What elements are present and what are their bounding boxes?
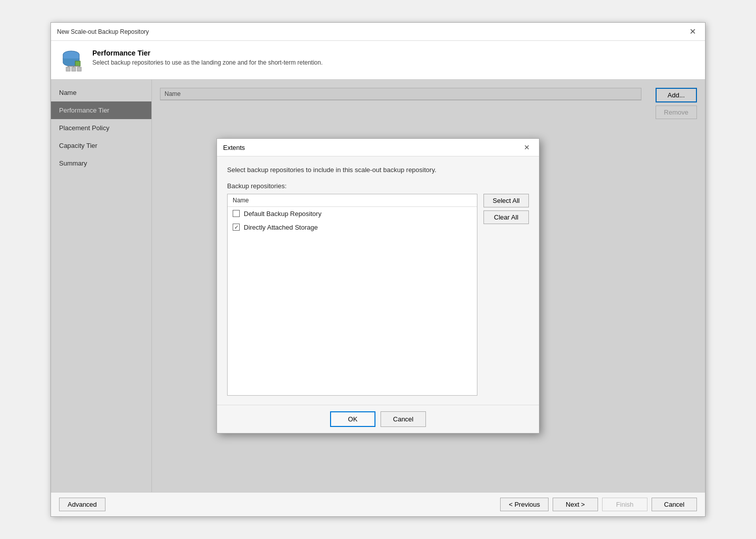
- svg-rect-4: [77, 67, 81, 71]
- modal-body: Select backup repositories to include in…: [217, 156, 539, 404]
- extents-modal: Extents ✕ Select backup repositories to …: [217, 138, 539, 433]
- modal-close-button[interactable]: ✕: [521, 142, 533, 152]
- main-title-bar: New Scale-out Backup Repository ✕: [51, 23, 705, 41]
- modal-footer: OK Cancel: [217, 405, 539, 433]
- database-icon: [61, 49, 85, 73]
- repo-checkbox-2[interactable]: ✓: [233, 224, 240, 231]
- bottom-bar: Advanced < Previous Next > Finish Cancel: [51, 492, 705, 516]
- cancel-button[interactable]: Cancel: [652, 498, 697, 511]
- previous-button[interactable]: < Previous: [500, 498, 549, 511]
- modal-list-label: Backup repositories:: [227, 182, 529, 190]
- window-middle: Name Performance Tier Placement Policy C…: [51, 80, 705, 492]
- header-area: Performance Tier Select backup repositor…: [51, 41, 705, 80]
- repo-label-1: Default Backup Repository: [244, 210, 321, 218]
- main-window-title: New Scale-out Backup Repository: [57, 28, 149, 35]
- svg-rect-1: [75, 61, 80, 66]
- modal-side-buttons: Select All Clear All: [483, 194, 529, 224]
- ok-button[interactable]: OK: [330, 411, 375, 427]
- repo-checkbox-1[interactable]: [233, 210, 240, 217]
- select-all-button[interactable]: Select All: [483, 194, 529, 207]
- modal-list-area: Name Default Backup Repository ✓ Directl…: [227, 194, 529, 396]
- header-title: Performance Tier: [92, 49, 322, 57]
- repo-list-box: Name Default Backup Repository ✓ Directl…: [227, 194, 477, 396]
- modal-title-bar: Extents ✕: [217, 139, 539, 156]
- bottom-note: Advanced: [59, 498, 105, 511]
- svg-rect-3: [72, 67, 76, 71]
- repo-label-2: Directly Attached Storage: [244, 224, 318, 231]
- main-close-button[interactable]: ✕: [686, 27, 699, 37]
- bottom-right-buttons: < Previous Next > Finish Cancel: [500, 498, 697, 511]
- header-description: Select backup repositories to use as the…: [92, 59, 322, 66]
- header-text: Performance Tier Select backup repositor…: [92, 49, 322, 66]
- modal-cancel-button[interactable]: Cancel: [381, 411, 426, 427]
- list-item[interactable]: ✓ Directly Attached Storage: [228, 221, 477, 234]
- modal-description: Select backup repositories to include in…: [227, 166, 529, 175]
- clear-all-button[interactable]: Clear All: [483, 210, 529, 224]
- modal-overlay: Extents ✕ Select backup repositories to …: [51, 80, 705, 492]
- next-button[interactable]: Next >: [553, 498, 598, 511]
- modal-title: Extents: [223, 144, 245, 151]
- finish-button: Finish: [602, 498, 647, 511]
- svg-rect-2: [66, 67, 70, 71]
- advanced-button[interactable]: Advanced: [59, 498, 105, 511]
- list-item[interactable]: Default Backup Repository: [228, 207, 477, 221]
- main-window: New Scale-out Backup Repository ✕: [50, 22, 706, 517]
- repo-list-header: Name: [228, 194, 477, 207]
